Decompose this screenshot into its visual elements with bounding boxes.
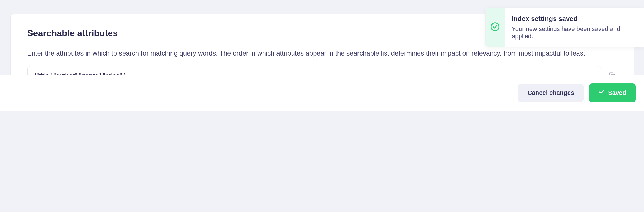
- success-check-icon: [490, 22, 500, 33]
- toast-notification: Index settings saved Your new settings h…: [485, 8, 644, 47]
- saved-label: Saved: [608, 89, 626, 97]
- toast-message: Your new settings have been saved and ap…: [512, 25, 637, 40]
- footer-bar: Cancel changes Saved: [0, 75, 644, 111]
- content-wrap: Searchable attributes Enter the attribut…: [0, 0, 644, 111]
- svg-point-2: [491, 23, 499, 31]
- section-description: Enter the attributes in which to search …: [27, 49, 617, 58]
- toast-title: Index settings saved: [512, 15, 637, 23]
- check-icon: [599, 89, 605, 97]
- toast-body: Index settings saved Your new settings h…: [505, 8, 644, 47]
- cancel-label: Cancel changes: [528, 89, 574, 97]
- cancel-changes-button[interactable]: Cancel changes: [518, 84, 584, 102]
- saved-button[interactable]: Saved: [589, 83, 636, 102]
- toast-stripe: [486, 8, 505, 47]
